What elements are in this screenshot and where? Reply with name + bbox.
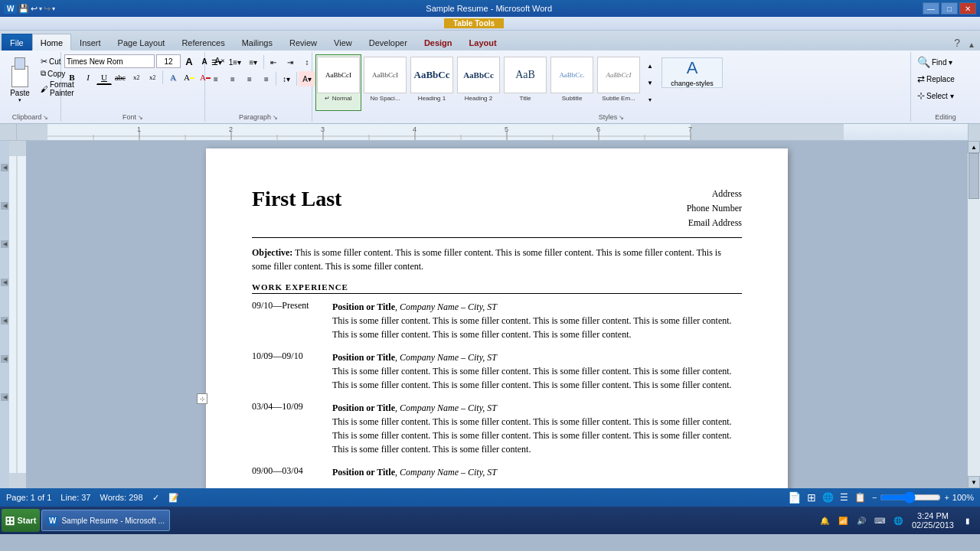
minimize-button[interactable]: — bbox=[923, 2, 939, 15]
style-subtle-em[interactable]: AaBbCcI Subtle Em... bbox=[596, 54, 642, 111]
tab-view[interactable]: View bbox=[325, 34, 361, 51]
undo-icon[interactable]: ↩ bbox=[31, 4, 38, 14]
zoom-out-button[interactable]: − bbox=[872, 493, 877, 502]
style-title[interactable]: AaB Title bbox=[502, 54, 548, 111]
tab-developer[interactable]: Developer bbox=[361, 34, 416, 51]
styles-more-button[interactable]: ▾ bbox=[644, 91, 656, 108]
view-outline-icon[interactable]: ☰ bbox=[840, 492, 848, 503]
find-button[interactable]: 🔍 Find ▾ bbox=[914, 54, 968, 70]
tray-icon-2[interactable]: 📶 bbox=[835, 513, 851, 528]
expand-arrow-7[interactable]: ◀ bbox=[1, 393, 8, 401]
expand-arrow-4[interactable]: ◀ bbox=[1, 279, 8, 286]
clipboard-expand-icon[interactable]: ↘ bbox=[43, 114, 48, 121]
expand-arrow-6[interactable]: ◀ bbox=[1, 355, 8, 363]
decrease-indent-button[interactable]: ⇤ bbox=[266, 54, 281, 70]
table-move-handle[interactable]: ⊹ bbox=[197, 393, 207, 404]
style-subtitle[interactable]: AaBbCc. Subtitle bbox=[549, 54, 595, 111]
view-web-icon[interactable]: 🌐 bbox=[822, 492, 834, 503]
view-fullscreen-icon[interactable]: ⊞ bbox=[807, 491, 816, 504]
align-right-button[interactable]: ≡ bbox=[242, 71, 257, 86]
maximize-button[interactable]: □ bbox=[941, 2, 958, 15]
quick-access-toolbar[interactable]: W 💾 ↩ ▾ ↪ ▾ bbox=[4, 4, 55, 14]
align-center-button[interactable]: ≡ bbox=[225, 71, 240, 86]
save-icon[interactable]: 💾 bbox=[18, 4, 29, 14]
view-normal-icon[interactable]: 📄 bbox=[788, 491, 801, 504]
style-subtle-em-preview: AaBbCcI bbox=[597, 57, 640, 93]
tab-review[interactable]: Review bbox=[281, 34, 325, 51]
styles-scroll-up[interactable]: ▲ bbox=[644, 57, 656, 74]
scroll-track[interactable] bbox=[968, 153, 980, 476]
paragraph-expand-icon[interactable]: ↘ bbox=[273, 114, 278, 121]
bold-button[interactable]: B bbox=[64, 70, 80, 85]
win-controls: — □ ✕ bbox=[923, 2, 976, 15]
tab-page-layout[interactable]: Page Layout bbox=[109, 34, 174, 51]
expand-arrow-1[interactable]: ◀ bbox=[1, 164, 8, 171]
font-size-input[interactable] bbox=[156, 54, 181, 68]
tray-icon-5[interactable]: 🌐 bbox=[890, 513, 906, 528]
proofing-icon[interactable]: ✓ bbox=[152, 493, 159, 503]
styles-scroll-down[interactable]: ▼ bbox=[644, 74, 656, 91]
tray-icon-1[interactable]: 🔔 bbox=[817, 513, 832, 528]
paste-button[interactable]: Paste ▾ bbox=[3, 54, 37, 106]
document-area[interactable]: ⊹ First Last Address Phone Number Email … bbox=[26, 141, 968, 488]
italic-button[interactable]: I bbox=[80, 70, 96, 85]
increase-indent-button[interactable]: ⇥ bbox=[283, 54, 298, 70]
tab-file[interactable]: File bbox=[2, 34, 32, 51]
paste-dropdown-icon[interactable]: ▾ bbox=[18, 97, 21, 103]
scroll-down-button[interactable]: ▼ bbox=[968, 476, 980, 488]
redo-icon[interactable]: ↪ bbox=[44, 4, 51, 14]
numbering-button[interactable]: 1≡▾ bbox=[227, 54, 243, 70]
view-draft-icon[interactable]: 📋 bbox=[854, 492, 866, 503]
align-left-button[interactable]: ≡ bbox=[208, 71, 224, 86]
undo-dropdown[interactable]: ▾ bbox=[39, 5, 42, 12]
superscript-button[interactable]: x2 bbox=[145, 70, 160, 85]
expand-arrow-3[interactable]: ◀ bbox=[1, 240, 8, 248]
text-effects-button[interactable]: A bbox=[165, 70, 181, 85]
tab-layout[interactable]: Layout bbox=[461, 34, 505, 51]
paste-label: Paste bbox=[10, 89, 30, 97]
company-1: , Company Name – City, ST bbox=[395, 302, 497, 312]
zoom-in-button[interactable]: + bbox=[944, 493, 949, 502]
change-styles-button[interactable]: A change-styles bbox=[662, 57, 723, 88]
tab-design[interactable]: Design bbox=[416, 34, 461, 51]
close-button[interactable]: ✕ bbox=[959, 2, 976, 15]
scroll-thumb[interactable] bbox=[969, 153, 979, 199]
word-taskbar-button[interactable]: W Sample Resume - Microsoft ... bbox=[41, 510, 170, 531]
select-button[interactable]: ⊹ Select ▾ bbox=[914, 88, 968, 103]
expand-arrow-5[interactable]: ◀ bbox=[1, 317, 8, 324]
tab-mailings[interactable]: Mailings bbox=[234, 34, 281, 51]
bullets-button[interactable]: ☰▾ bbox=[208, 54, 225, 70]
zoom-slider[interactable] bbox=[880, 491, 941, 504]
underline-button[interactable]: U bbox=[96, 70, 112, 85]
font-grow-button[interactable]: A bbox=[182, 54, 196, 68]
replace-button[interactable]: ⇄ Replace bbox=[914, 71, 968, 86]
strikethrough-button[interactable]: abc bbox=[113, 70, 128, 85]
ribbon-collapse-icon[interactable]: ▲ bbox=[965, 39, 978, 51]
text-highlight-button[interactable]: A▬ bbox=[181, 70, 197, 85]
tray-icon-3[interactable]: 🔊 bbox=[854, 513, 869, 528]
line-spacing-button[interactable]: ↕▾ bbox=[278, 71, 295, 86]
work-entry-1: 09/10—Present Position or Title, Company… bbox=[252, 300, 742, 341]
style-no-spacing[interactable]: AaBbCcI No Spaci... bbox=[362, 54, 408, 111]
styles-expand-icon[interactable]: ↘ bbox=[619, 114, 624, 121]
objective-section: Objective: This is some filler content. … bbox=[252, 246, 742, 273]
show-desktop-button[interactable]: ▮ bbox=[960, 513, 975, 528]
expand-arrow-2[interactable]: ◀ bbox=[1, 202, 8, 210]
tab-references[interactable]: References bbox=[173, 34, 233, 51]
font-expand-icon[interactable]: ↘ bbox=[138, 114, 143, 121]
style-normal[interactable]: AaBbCcI ↵ Normal bbox=[315, 54, 361, 111]
scroll-up-button[interactable]: ▲ bbox=[968, 141, 980, 153]
ribbon-help-icon[interactable]: ? bbox=[949, 35, 965, 51]
ruler-corner[interactable] bbox=[0, 124, 17, 141]
subscript-button[interactable]: x2 bbox=[129, 70, 144, 85]
justify-button[interactable]: ≡ bbox=[259, 71, 274, 86]
style-heading2[interactable]: AaBbCc Heading 2 bbox=[456, 54, 501, 111]
start-button[interactable]: ⊞ Start bbox=[2, 509, 40, 532]
tray-icon-4[interactable]: ⌨ bbox=[872, 513, 887, 528]
font-name-input[interactable] bbox=[64, 54, 155, 68]
track-changes-icon[interactable]: 📝 bbox=[168, 493, 179, 503]
tab-insert[interactable]: Insert bbox=[71, 34, 109, 51]
multilevel-button[interactable]: ≡▾ bbox=[245, 54, 262, 70]
style-heading1[interactable]: AaBbCc Heading 1 bbox=[409, 54, 455, 111]
tab-home[interactable]: Home bbox=[32, 34, 71, 51]
